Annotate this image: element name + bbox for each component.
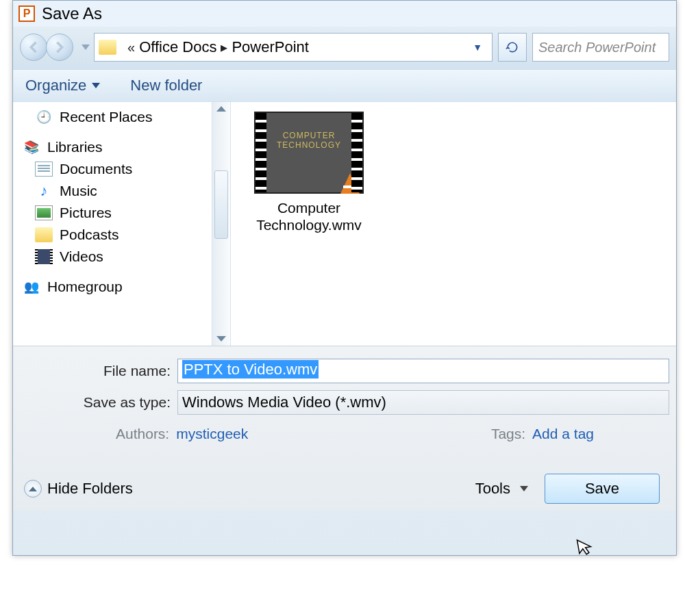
content-area: 🕘 Recent Places 📚 Libraries Documents ♪ … xyxy=(13,102,676,346)
file-name-line2: Technology.wmv xyxy=(256,217,362,233)
chevron-right-icon: ▸ xyxy=(221,39,227,55)
sidebar-item-pictures[interactable]: Pictures xyxy=(20,202,209,224)
refresh-icon xyxy=(506,40,519,54)
breadcrumb-seg-2[interactable]: PowerPoint xyxy=(232,38,309,56)
sidebar-item-documents[interactable]: Documents xyxy=(20,158,209,180)
recent-places-icon: 🕘 xyxy=(35,110,53,125)
sidebar-item-videos[interactable]: Videos xyxy=(20,246,209,268)
libraries-icon: 📚 xyxy=(23,140,40,155)
savetype-row: Save as type: Windows Media Video (*.wmv… xyxy=(20,390,669,415)
sidebar-group-homegroup[interactable]: 👥 Homegroup xyxy=(20,276,209,298)
tools-button[interactable]: Tools xyxy=(475,480,528,498)
arrow-right-icon xyxy=(53,41,66,53)
thumbnail-overlay-text: COMPUTER TECHNOLOGY xyxy=(268,131,350,150)
chevron-down-icon xyxy=(520,486,528,491)
sidebar-group-label: Libraries xyxy=(47,139,103,155)
hide-folders-toggle[interactable] xyxy=(24,480,42,498)
savetype-dropdown[interactable]: Windows Media Video (*.wmv) xyxy=(177,390,669,415)
toolbar: Organize New folder xyxy=(13,69,676,102)
file-name: Computer Technology.wmv xyxy=(240,199,377,233)
sidebar-item-podcasts[interactable]: Podcasts xyxy=(20,224,209,246)
file-item[interactable]: COMPUTER TECHNOLOGY Computer Technology.… xyxy=(240,112,377,233)
music-icon: ♪ xyxy=(35,183,53,198)
tools-label: Tools xyxy=(475,480,510,498)
folder-icon xyxy=(99,40,116,55)
chevron-up-icon xyxy=(29,487,37,491)
new-folder-label: New folder xyxy=(130,77,202,94)
footer: Hide Folders Tools Save xyxy=(20,470,669,504)
filename-label: File name: xyxy=(20,363,177,379)
breadcrumb-prefix: « xyxy=(127,40,135,55)
homegroup-icon: 👥 xyxy=(23,279,40,294)
vlc-cone-icon xyxy=(340,173,360,194)
document-icon xyxy=(35,162,53,177)
tags-label: Tags: xyxy=(491,426,525,442)
nav-arrows xyxy=(20,34,73,61)
sidebar-item-label: Videos xyxy=(60,248,103,265)
filename-row: File name: PPTX to Video.wmv xyxy=(20,359,669,383)
sidebar-item-music[interactable]: ♪ Music xyxy=(20,180,209,202)
back-button[interactable] xyxy=(20,34,47,61)
scroll-thumb[interactable] xyxy=(214,170,228,239)
folder-icon xyxy=(35,227,53,242)
forward-button[interactable] xyxy=(46,34,73,61)
arrow-left-icon xyxy=(27,41,40,53)
refresh-button[interactable] xyxy=(498,33,527,62)
chevron-down-icon xyxy=(92,83,100,88)
nav-history-dropdown[interactable] xyxy=(82,44,90,50)
scroll-down-icon[interactable] xyxy=(216,336,226,342)
metadata-row: Authors: mysticgeek Tags: Add a tag xyxy=(20,426,669,442)
organize-button[interactable]: Organize xyxy=(25,77,100,94)
scroll-up-icon[interactable] xyxy=(216,106,226,112)
save-label: Save xyxy=(585,480,619,498)
address-bar[interactable]: « Office Docs ▸ PowerPoint ▼ xyxy=(94,33,493,62)
filename-input[interactable]: PPTX to Video.wmv xyxy=(177,359,669,383)
savetype-label: Save as type: xyxy=(20,394,177,411)
search-input[interactable]: Search PowerPoint xyxy=(532,33,669,62)
video-thumbnail: COMPUTER TECHNOLOGY xyxy=(254,112,364,194)
authors-label: Authors: xyxy=(116,426,169,442)
search-placeholder: Search PowerPoint xyxy=(538,40,656,55)
tags-value[interactable]: Add a tag xyxy=(532,426,594,442)
sidebar-scrollbar[interactable] xyxy=(212,102,231,346)
sidebar-item-label: Documents xyxy=(60,161,132,177)
titlebar: P Save As xyxy=(13,1,676,27)
savetype-value: Windows Media Video (*.wmv) xyxy=(182,394,386,411)
file-pane[interactable]: COMPUTER TECHNOLOGY Computer Technology.… xyxy=(228,102,676,346)
save-button[interactable]: Save xyxy=(545,474,660,504)
file-name-line1: Computer xyxy=(277,200,340,216)
video-icon xyxy=(35,249,53,264)
address-dropdown[interactable]: ▼ xyxy=(473,42,482,53)
powerpoint-icon: P xyxy=(18,5,35,22)
new-folder-button[interactable]: New folder xyxy=(130,77,202,94)
sidebar-item-label: Recent Places xyxy=(60,109,152,125)
authors-value[interactable]: mysticgeek xyxy=(176,426,248,442)
breadcrumb-seg-1[interactable]: Office Docs xyxy=(139,38,216,56)
sidebar-group-label: Homegroup xyxy=(47,279,123,295)
picture-icon xyxy=(35,205,53,220)
sidebar-group-libraries[interactable]: 📚 Libraries xyxy=(20,136,209,158)
organize-label: Organize xyxy=(25,77,86,94)
sidebar: 🕘 Recent Places 📚 Libraries Documents ♪ … xyxy=(13,102,209,346)
sidebar-item-label: Music xyxy=(60,183,97,199)
lower-panel: File name: PPTX to Video.wmv Save as typ… xyxy=(13,346,676,511)
nav-bar: « Office Docs ▸ PowerPoint ▼ Search Powe… xyxy=(13,27,676,69)
save-as-dialog: P Save As « Office Docs ▸ PowerPoint ▼ S… xyxy=(12,0,677,556)
sidebar-item-recent-places[interactable]: 🕘 Recent Places xyxy=(20,106,209,128)
sidebar-item-label: Podcasts xyxy=(60,227,119,243)
mouse-cursor-icon xyxy=(575,536,596,563)
sidebar-item-label: Pictures xyxy=(60,205,112,221)
window-title: Save As xyxy=(42,4,102,23)
hide-folders-label[interactable]: Hide Folders xyxy=(47,480,133,498)
filename-value: PPTX to Video.wmv xyxy=(182,360,319,378)
